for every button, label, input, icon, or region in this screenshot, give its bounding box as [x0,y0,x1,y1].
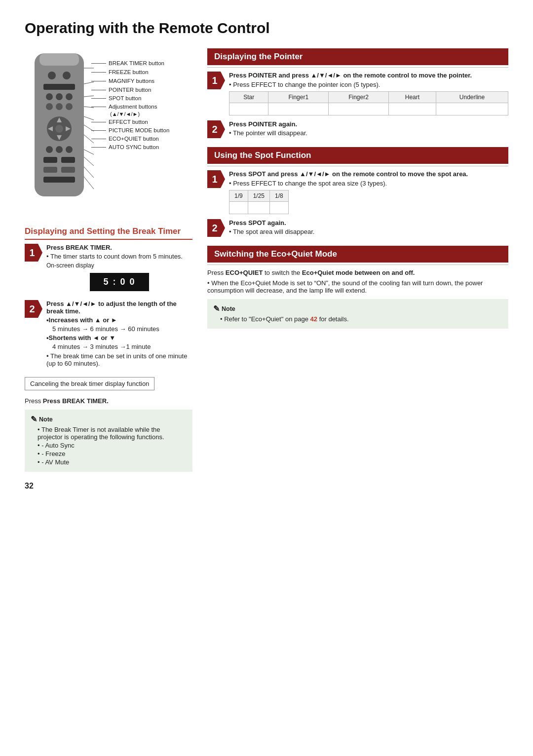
step1-label: Press BREAK TIMER. [46,244,112,251]
step2-detail1: 5 minutes → 6 minutes → 60 minutes [52,325,192,333]
note-icon: ✎ [31,415,37,424]
label-picture-mode: PICTURE MODE button [91,127,183,133]
spot-step2-bullet: The spot area will disappear. [229,228,508,235]
eco-note: ✎ Note Refer to "Eco+Quiet" on page 42 f… [207,299,508,329]
spot-divider [207,166,508,166]
break-timer-divider [25,239,192,240]
label-break-timer: BREAK TIMER button [91,60,183,66]
step2-bullet1: •Increases with ▲ or ► [46,316,117,324]
step1-desc: The timer starts to count down from 5 mi… [46,253,192,260]
eco-page-ref-link[interactable]: 42 [310,315,317,323]
svg-rect-1 [39,53,79,66]
spot-section: Using the Spot Function 1 Press SPOT and… [207,147,508,237]
spot-col-1: 1/25 [248,190,269,202]
pointer-cell-1 [268,103,329,115]
svg-point-7 [66,93,73,100]
svg-point-16 [55,125,63,133]
page-number: 32 [25,482,192,491]
svg-point-18 [56,146,63,153]
step2-bullet2: •Shortens with ◄ or ▼ [46,334,115,341]
pointer-step1-content: Press POINTER and press ▲/▼/◄/► on the r… [229,72,508,115]
svg-rect-21 [61,157,75,163]
svg-line-35 [84,177,94,189]
svg-point-8 [46,103,53,110]
spot-col-2: 1/8 [270,190,289,202]
step1-arrow: 1 [25,244,42,262]
spot-step1-arrow: 1 [207,170,225,188]
step2-detail2: 4 minutes → 3 minutes →1 minute [52,343,192,350]
pointer-step2-bullet: The pointer will disappear. [229,129,508,137]
pointer-cell-0 [229,103,268,115]
eco-section: Switching the Eco+Quiet Mode Press ECO+Q… [207,246,508,329]
spot-step2-content: Press SPOT again. The spot area will dis… [229,219,508,237]
step2-content: Press ▲/▼/◄/► to adjust the length of th… [46,300,192,368]
pointer-step1: 1 Press POINTER and press ▲/▼/◄/► on the… [207,72,508,115]
svg-line-33 [84,157,94,166]
pointer-cell-4 [436,103,508,115]
timer-display: 5 : 0 0 [90,273,149,291]
eco-section-header: Switching the Eco+Quiet Mode [207,246,508,263]
svg-line-34 [84,167,94,178]
svg-rect-24 [43,177,75,183]
right-column: Displaying the Pointer 1 Press POINTER a… [207,48,508,491]
break-step1: 1 Press BREAK TIMER. The timer starts to… [25,244,192,295]
note-item-0: The Break Timer is not available while t… [38,426,187,441]
pointer-col-star: Star [229,92,268,103]
eco-bullet: When the Eco+Quiet Mode is set to “ON”, … [207,279,508,294]
step1-content: Press BREAK TIMER. The timer starts to c… [46,244,192,295]
left-column: BREAK TIMER button FREEZE button MAGNIFY… [25,48,192,491]
pointer-section: Displaying the Pointer 1 Press POINTER a… [207,48,508,138]
eco-divider [207,265,508,265]
eco-note-title: ✎ Note [213,304,502,313]
note-title: ✎ Note [31,415,187,424]
label-magnify: MAGNIFY buttons [91,78,183,84]
pointer-col-finger1: Finger1 [268,92,329,103]
eco-note-item: Refer to "Eco+Quiet" on page 42 for deta… [220,315,502,323]
step2-label: Press ▲/▼/◄/► to adjust the length of th… [46,300,177,315]
note-list: The Break Timer is not available while t… [38,426,187,466]
pointer-step2: 2 Press POINTER again. The pointer will … [207,120,508,138]
page-title: Operating with the Remote Control [25,20,508,37]
pointer-step2-arrow: 2 [207,120,225,138]
svg-rect-23 [61,167,75,173]
svg-rect-4 [43,84,75,90]
spot-sizes-table: 1/9 1/25 1/8 [229,190,289,214]
svg-point-10 [66,103,73,110]
press-break-again: Press Press BREAK TIMER. [25,397,192,405]
pointer-step2-label: Press POINTER again. [229,120,297,128]
label-arrows: (▲/▼/◄/►) [110,111,183,117]
pointer-col-underline: Underline [436,92,508,103]
svg-point-3 [63,72,71,79]
svg-point-19 [66,146,73,153]
eco-note-icon: ✎ [213,304,220,313]
svg-point-9 [56,103,63,110]
svg-point-2 [48,72,56,79]
label-adjustment: Adjustment buttons [91,104,183,110]
pointer-types-table: Star Finger1 Finger2 Heart Underline [229,91,508,115]
note-item-2: - Freeze [38,450,187,457]
label-effect: EFFECT button [91,119,183,125]
pointer-divider [207,67,508,68]
svg-point-17 [46,146,53,153]
pointer-step2-content: Press POINTER again. The pointer will di… [229,120,508,138]
break-timer-note: ✎ Note The Break Timer is not available … [25,410,192,472]
pointer-step1-bullet: Press EFFECT to change the pointer icon … [229,81,508,88]
spot-cell-2 [270,202,289,214]
spot-step2-label: Press SPOT again. [229,219,286,227]
spot-step2-arrow: 2 [207,219,225,237]
spot-step1-label: Press SPOT and press ▲/▼/◄/► on the remo… [229,170,468,178]
pointer-step1-arrow: 1 [207,72,225,89]
cancel-box: Canceling the break timer display functi… [25,377,154,390]
svg-rect-22 [43,167,57,173]
note-item-3: - AV Mute [38,458,187,466]
spot-cell-1 [248,202,269,214]
break-timer-section: Displaying and Setting the Break Timer 1… [25,226,192,472]
remote-diagram: BREAK TIMER button FREEZE button MAGNIFY… [25,48,183,216]
label-freeze: FREEZE button [91,69,183,75]
spot-cell-0 [229,202,248,214]
pointer-col-heart: Heart [388,92,436,103]
svg-point-6 [56,93,63,100]
pointer-section-header: Displaying the Pointer [207,48,508,65]
pointer-cell-2 [329,103,389,115]
pointer-cell-3 [388,103,436,115]
